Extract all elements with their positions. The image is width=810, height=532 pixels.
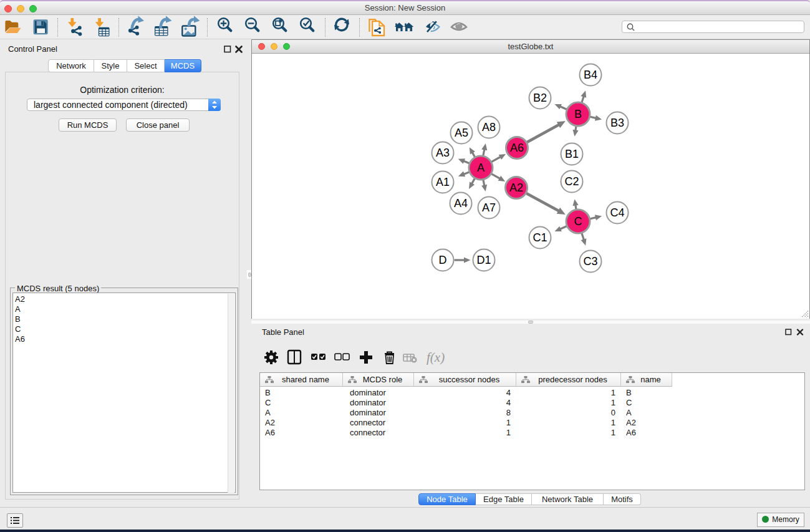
svg-text:A: A xyxy=(477,162,485,174)
svg-text:C: C xyxy=(574,215,582,228)
svg-text:A6: A6 xyxy=(510,142,524,154)
svg-text:B1: B1 xyxy=(565,148,579,160)
svg-text:A8: A8 xyxy=(482,121,496,133)
svg-text:C3: C3 xyxy=(583,255,597,268)
svg-text:D: D xyxy=(439,254,447,266)
svg-text:C1: C1 xyxy=(533,231,547,244)
svg-text:B3: B3 xyxy=(610,117,624,129)
svg-text:A4: A4 xyxy=(454,197,468,210)
svg-text:A7: A7 xyxy=(482,201,496,214)
svg-text:A2: A2 xyxy=(509,181,523,194)
svg-text:B4: B4 xyxy=(584,69,597,81)
svg-text:B2: B2 xyxy=(533,92,547,104)
svg-text:C4: C4 xyxy=(610,206,624,219)
svg-text:A1: A1 xyxy=(436,176,450,188)
svg-text:D1: D1 xyxy=(476,254,491,266)
svg-text:C2: C2 xyxy=(564,175,579,188)
svg-text:B: B xyxy=(574,108,582,120)
svg-text:A5: A5 xyxy=(455,127,468,139)
svg-text:A3: A3 xyxy=(436,147,450,159)
svg-text:f(x): f(x) xyxy=(427,350,445,365)
